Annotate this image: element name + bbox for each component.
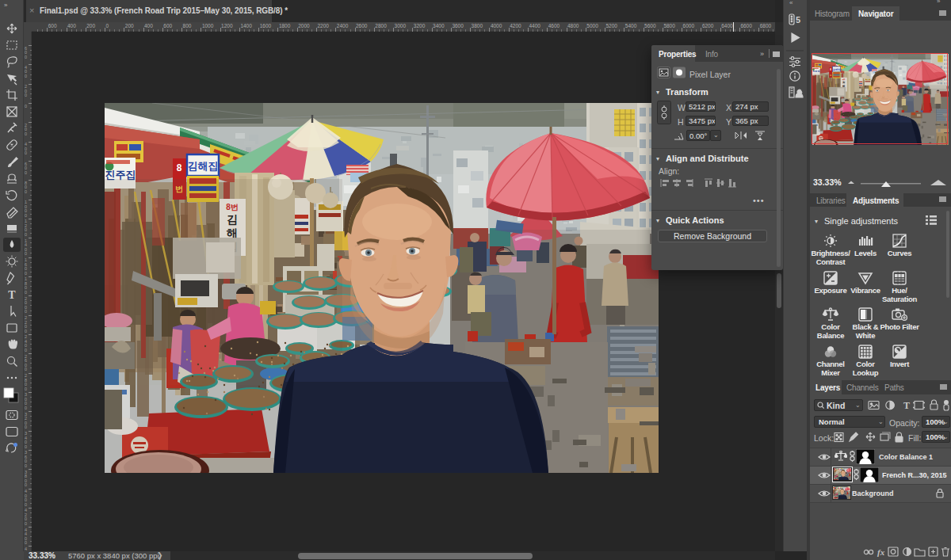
- svg-text:fx: fx: [877, 547, 885, 557]
- svg-text:T: T: [903, 400, 910, 411]
- svg-text:T: T: [8, 289, 16, 301]
- svg-text:5: 5: [796, 15, 800, 25]
